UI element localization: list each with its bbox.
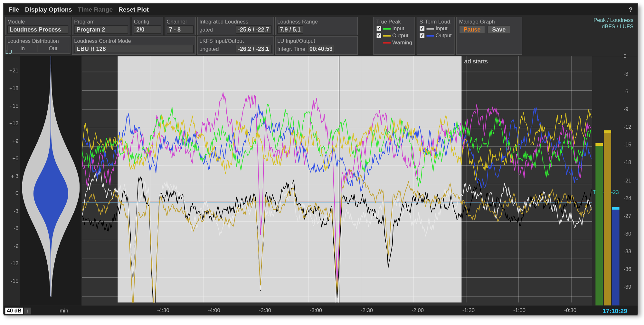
left-tick: +9	[12, 138, 18, 144]
timeline-tick: -4:00	[208, 307, 220, 313]
left-tick: -9	[14, 243, 19, 249]
timeline-tick: -4:30	[157, 307, 169, 313]
svg-rect-28	[612, 210, 620, 306]
pause-button[interactable]: Pause	[459, 25, 485, 34]
menu-display-options[interactable]: Display Options	[25, 6, 72, 13]
left-tick: +21	[9, 68, 18, 74]
menu-file[interactable]: File	[9, 6, 19, 13]
channel-panel: Channel 7 - 8	[165, 17, 196, 35]
timeline-chart[interactable]: ad starts	[82, 56, 592, 305]
config-panel: Config 2/0	[132, 17, 163, 35]
menu-help[interactable]: ?	[629, 6, 633, 13]
menu-reset-plot[interactable]: Reset Plot	[118, 6, 149, 13]
timeline-ticks: -4:30-4:00-3:30-3:00-2:30-2:00-1:30-1:00…	[97, 306, 591, 315]
mode-label: Loudness Control Mode	[74, 38, 194, 44]
info-strip: Module Loudness Process Loudness Distrib…	[4, 15, 638, 56]
right-tick: -24	[623, 195, 631, 201]
right-tick: -30	[623, 230, 631, 237]
program-label: Program	[74, 18, 128, 24]
left-tick: 0	[15, 190, 18, 196]
left-tick: +12	[9, 120, 18, 126]
save-button[interactable]: Save	[488, 25, 510, 34]
timeline-tick: -1:00	[513, 307, 526, 313]
svg-rect-27	[604, 133, 611, 305]
distribution-title: Loudness Distribution	[7, 38, 68, 44]
annotation-ad-starts: ad starts	[464, 58, 488, 65]
clock: 17:10:29	[592, 307, 638, 314]
ungated-label: ungated	[199, 46, 219, 52]
integrated-label: Integrated Loudness	[199, 18, 271, 24]
swatch-tp-output	[383, 35, 391, 36]
left-tick: +18	[9, 85, 18, 91]
checkbox-st-output[interactable]: ✔	[420, 33, 425, 38]
legend-truepeak: True Peak ✔ Input ✔ Output Warning	[373, 17, 415, 55]
right-tick: -33	[623, 248, 631, 254]
legend-st-input-label: Input	[436, 25, 448, 32]
right-axis-column: 0-3-6-9-12-15-18-21-24-27-30-33-36-39 Ta…	[592, 56, 638, 305]
config-value[interactable]: 2/0	[134, 25, 161, 34]
channel-value[interactable]: 7 - 8	[167, 25, 194, 34]
svg-rect-30	[604, 130, 611, 133]
range-value: 7.9 / 5.1	[277, 25, 303, 34]
swatch-warning	[383, 42, 391, 43]
left-tick: -3	[14, 208, 19, 214]
left-tick: -12	[11, 260, 18, 266]
timeline-tick: -3:00	[310, 307, 322, 313]
range-label: Loudness Range	[277, 18, 355, 24]
svg-rect-31	[612, 207, 620, 209]
timeline-tick: -2:00	[412, 307, 424, 313]
svg-rect-26	[595, 146, 603, 305]
gated-label: gated	[199, 26, 213, 32]
left-tick: -15	[11, 278, 18, 284]
timeline-tick: -3:30	[259, 307, 271, 313]
distribution-title-panel: Loudness Distribution In Out	[5, 36, 70, 54]
checkbox-st-input[interactable]: ✔	[420, 26, 425, 31]
integr-time-value: 00:40:53	[307, 45, 335, 53]
integrated-panel: Integrated Loudness gated -25.6 / -22.7	[197, 17, 274, 35]
swatch-st-output	[426, 35, 434, 36]
right-tick: -6	[623, 88, 628, 95]
left-axis: LU +21+18+15+12+9+6+ 30-3-6-9-12-15	[4, 56, 20, 305]
module-value[interactable]: Loudness Process	[7, 25, 68, 34]
right-tick: 0	[623, 53, 626, 59]
program-value[interactable]: Program 2	[74, 25, 128, 34]
lkfs-label: LKFS Input/Output	[199, 38, 271, 44]
gated-value: -25.6 / -22.7	[235, 25, 271, 34]
svg-rect-29	[595, 143, 603, 146]
checkbox-tp-output[interactable]: ✔	[376, 33, 382, 38]
right-tick: -18	[623, 160, 631, 166]
left-tick: -6	[14, 225, 19, 231]
legend-sterm-title: S-Term Loud.	[420, 18, 452, 24]
right-tick: -15	[623, 142, 631, 148]
legend-tp-input-label: Input	[392, 25, 404, 32]
right-tick: -21	[623, 177, 631, 183]
svg-rect-0	[118, 56, 461, 302]
right-axis-title: Peak / Loudness dBFS / LUFS	[593, 17, 633, 30]
menu-time-range: Time Range	[78, 6, 113, 13]
distribution-plot	[20, 56, 81, 297]
scale-down-button[interactable]: ↓	[24, 307, 32, 314]
luio-panel: LU Input/Output Integr. Time 00:40:53	[275, 36, 358, 55]
swatch-st-input	[426, 28, 434, 29]
legend-tp-output-label: Output	[392, 32, 408, 39]
distribution-column	[20, 56, 82, 305]
right-tick: -12	[623, 124, 631, 130]
program-panel: Program Program 2	[72, 17, 130, 35]
left-axis-label: LU	[5, 49, 12, 55]
legend-sterm: S-Term Loud. ✔ Input ✔ Output	[417, 17, 455, 55]
module-label: Module	[7, 18, 68, 24]
left-tick: + 3	[11, 173, 19, 179]
timeline-tick: -0:30	[564, 307, 576, 313]
dist-out-label: Out	[38, 45, 69, 52]
main-plot-area: LU +21+18+15+12+9+6+ 30-3-6-9-12-15 ad s…	[4, 56, 638, 305]
ungated-value: -26.2 / -23.1	[235, 45, 271, 53]
manage-graph-panel: Manage Graph Pause Save	[456, 17, 522, 55]
level-meters	[594, 56, 620, 305]
checkbox-tp-input[interactable]: ✔	[376, 26, 382, 31]
legend-st-output-label: Output	[436, 32, 452, 39]
scale-value[interactable]: 40 dB	[5, 308, 23, 314]
timeline-bar: 40 dB ↓ min -4:30-4:00-3:30-3:00-2:30-2:…	[4, 306, 638, 316]
legend-truepeak-title: True Peak	[376, 18, 412, 24]
range-panel: Loudness Range 7.9 / 5.1	[275, 17, 358, 35]
mode-value[interactable]: EBU R 128	[74, 45, 194, 53]
